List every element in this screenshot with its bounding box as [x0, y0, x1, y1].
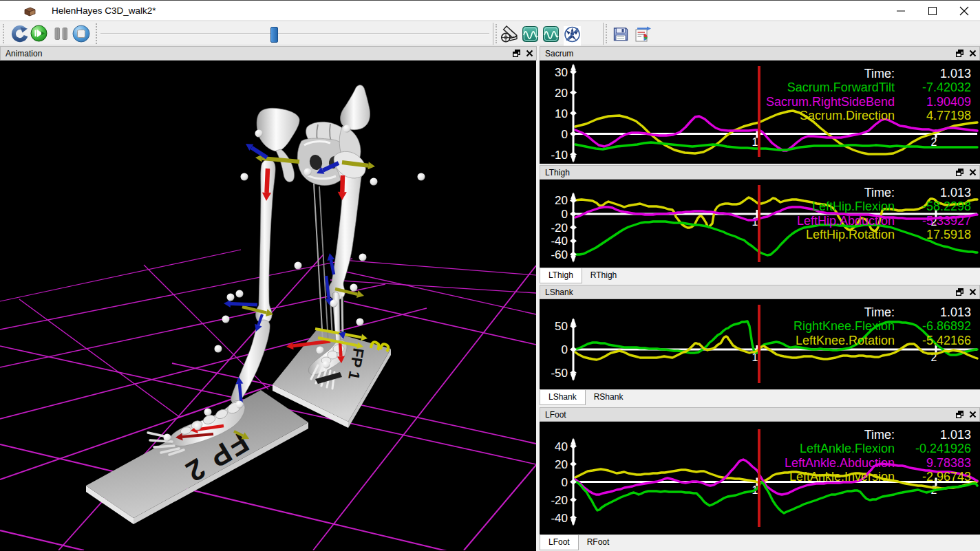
svg-text:Time:: Time:: [864, 186, 895, 199]
svg-text:9.78383: 9.78383: [926, 456, 971, 470]
svg-text:1: 1: [752, 136, 758, 148]
svg-text:10: 10: [555, 107, 568, 120]
svg-text:20: 20: [555, 194, 568, 207]
svg-text:-60: -60: [551, 248, 568, 261]
svg-text:0: 0: [562, 343, 568, 356]
svg-text:0: 0: [562, 476, 568, 489]
svg-text:LeftHip.Flexion: LeftHip.Flexion: [812, 199, 895, 213]
svg-text:4.77198: 4.77198: [926, 109, 971, 122]
svg-text:40: 40: [555, 440, 568, 453]
svg-text:30: 30: [555, 66, 568, 79]
svg-text:Sacrum.Direction: Sacrum.Direction: [800, 109, 895, 122]
svg-text:Time:: Time:: [864, 305, 895, 319]
svg-text:0: 0: [562, 208, 568, 221]
svg-text:LeftHip.Rotation: LeftHip.Rotation: [806, 228, 895, 241]
svg-text:RightKnee.Flexion: RightKnee.Flexion: [793, 319, 895, 333]
svg-text:-20: -20: [551, 222, 568, 235]
svg-text:-40: -40: [551, 235, 568, 248]
svg-text:17.5918: 17.5918: [926, 228, 971, 241]
svg-text:20: 20: [555, 87, 568, 100]
svg-text:-0.241926: -0.241926: [915, 442, 971, 455]
svg-text:1.013: 1.013: [940, 305, 971, 319]
svg-text:LeftAnkle.Abduction: LeftAnkle.Abduction: [785, 456, 895, 470]
svg-text:LeftAnkle.Inversion: LeftAnkle.Inversion: [789, 470, 895, 484]
svg-text:0: 0: [562, 128, 568, 141]
svg-text:1.90409: 1.90409: [926, 95, 971, 109]
svg-text:LeftAnkle.Flexion: LeftAnkle.Flexion: [800, 442, 895, 455]
svg-text:Sacrum.RightSideBend: Sacrum.RightSideBend: [766, 95, 895, 109]
svg-text:50: 50: [555, 320, 568, 333]
svg-text:LeftKnee.Rotation: LeftKnee.Rotation: [796, 334, 895, 347]
svg-text:-58.2298: -58.2298: [922, 199, 971, 213]
svg-text:-6.86892: -6.86892: [922, 319, 971, 333]
svg-text:-20: -20: [551, 494, 568, 507]
svg-text:-7.42032: -7.42032: [922, 80, 971, 94]
svg-text:LeftHip.Abduction: LeftHip.Abduction: [797, 214, 895, 228]
svg-text:-2.96743: -2.96743: [922, 470, 971, 484]
svg-text:1.013: 1.013: [940, 428, 971, 442]
svg-text:20: 20: [555, 458, 568, 471]
svg-text:-40: -40: [551, 512, 568, 525]
svg-text:-10: -10: [551, 149, 568, 162]
svg-text:2: 2: [931, 136, 937, 148]
svg-text:1.013: 1.013: [940, 186, 971, 199]
svg-text:1.013: 1.013: [940, 67, 971, 80]
svg-text:-5.33927: -5.33927: [922, 214, 971, 228]
svg-text:-5.42166: -5.42166: [922, 334, 971, 347]
svg-text:-50: -50: [551, 367, 568, 380]
svg-text:Time:: Time:: [864, 67, 895, 80]
svg-text:Time:: Time:: [864, 428, 895, 442]
svg-text:1: 1: [752, 216, 758, 228]
svg-text:Sacrum.ForwardTilt: Sacrum.ForwardTilt: [787, 80, 895, 94]
